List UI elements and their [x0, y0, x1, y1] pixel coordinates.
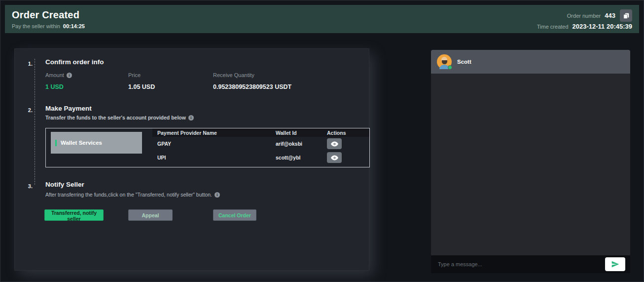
amount-label: Amount i [45, 72, 72, 78]
step-3-subtitle: After transferring the funds,click on th… [45, 192, 220, 198]
price-value: 1.05 USD [128, 83, 155, 90]
eye-icon [331, 155, 338, 161]
receive-quantity-value: 0.9523809523809523 USDT [213, 83, 291, 90]
step-3-number: 3. [26, 183, 33, 189]
order-header: Order Created Pay the seller within00:14… [5, 5, 639, 33]
paper-plane-icon [611, 261, 619, 268]
payment-table-header: Payment Provider Name Wallet Id Actions [152, 128, 369, 137]
time-created-row: Time created 2023-12-11 20:45:39 [537, 23, 632, 30]
cancel-order-button[interactable]: Cancel Order [213, 209, 256, 221]
notify-info-icon[interactable]: i [215, 192, 220, 198]
order-header-right: Order number 443 Time created 2023-12-11… [537, 9, 632, 29]
col-header-provider: Payment Provider Name [152, 130, 276, 136]
chat-message-area [431, 74, 630, 255]
avatar [437, 54, 452, 69]
step-3-title: Notify Seller [45, 181, 84, 188]
amount-info-icon[interactable]: i [67, 73, 72, 78]
active-tab-indicator [55, 140, 57, 146]
view-wallet-button[interactable] [327, 138, 342, 149]
payment-method-tab-wallet-services[interactable]: Wallet Services [51, 132, 142, 154]
chat-peer-name: Scott [457, 59, 471, 65]
countdown-timer: 00:14:25 [63, 23, 85, 29]
receive-quantity-label: Receive Quantity [213, 72, 254, 78]
wallet-id: scott@ybl [276, 155, 327, 161]
transferred-notify-seller-button[interactable]: Transferred, notify seller [44, 209, 104, 221]
amount-value: 1 USD [45, 83, 64, 90]
order-page: Order Created Pay the seller within00:14… [0, 0, 644, 282]
col-header-actions: Actions [327, 130, 369, 136]
step-1-number: 1. [26, 61, 33, 67]
payment-info-icon[interactable]: i [188, 115, 194, 121]
provider-name: GPAY [152, 141, 276, 147]
order-number-row: Order number 443 [567, 9, 632, 22]
wallet-id: arif@oksbi [276, 141, 327, 147]
table-row: GPAY arif@oksbi [152, 137, 369, 151]
steps-dashed-line [35, 59, 35, 185]
chat-input-bar [431, 255, 630, 273]
chat-message-input[interactable] [438, 261, 605, 267]
pay-within: Pay the seller within00:14:25 [12, 23, 85, 29]
order-header-left: Order Created Pay the seller within00:14… [12, 9, 85, 29]
step-2-subtitle: Transfer the funds to the seller's accou… [45, 115, 194, 121]
payment-method-tab-label: Wallet Services [61, 140, 102, 146]
payment-methods-box: Wallet Services Payment Provider Name Wa… [45, 128, 370, 167]
copy-order-number-button[interactable] [620, 9, 632, 22]
chat-panel: Scott [431, 50, 630, 273]
appeal-button[interactable]: Appeal [128, 209, 173, 221]
time-created-label: Time created [537, 24, 569, 30]
step-1-title: Confirm order info [45, 58, 104, 66]
step-2-title: Make Payment [45, 105, 92, 112]
chat-header: Scott [431, 50, 630, 74]
col-header-wallet-id: Wallet Id [276, 130, 327, 136]
page-title: Order Created [12, 9, 85, 21]
order-steps-card: 1. Confirm order info Amount i Price Rec… [14, 48, 369, 271]
copy-icon [623, 12, 630, 19]
provider-name: UPI [152, 155, 276, 161]
view-wallet-button[interactable] [327, 152, 342, 163]
step-2-number: 2. [26, 107, 33, 113]
table-row: UPI scott@ybl [152, 151, 369, 164]
time-created-value: 2023-12-11 20:45:39 [572, 23, 632, 30]
price-label: Price [128, 72, 141, 78]
order-number-label: Order number [567, 13, 601, 19]
payment-table: Payment Provider Name Wallet Id Actions … [152, 128, 369, 167]
pay-within-label: Pay the seller within [12, 23, 60, 29]
send-message-button[interactable] [605, 257, 625, 271]
online-status-dot [448, 65, 452, 70]
eye-icon [331, 141, 338, 147]
order-number-value: 443 [605, 12, 615, 19]
